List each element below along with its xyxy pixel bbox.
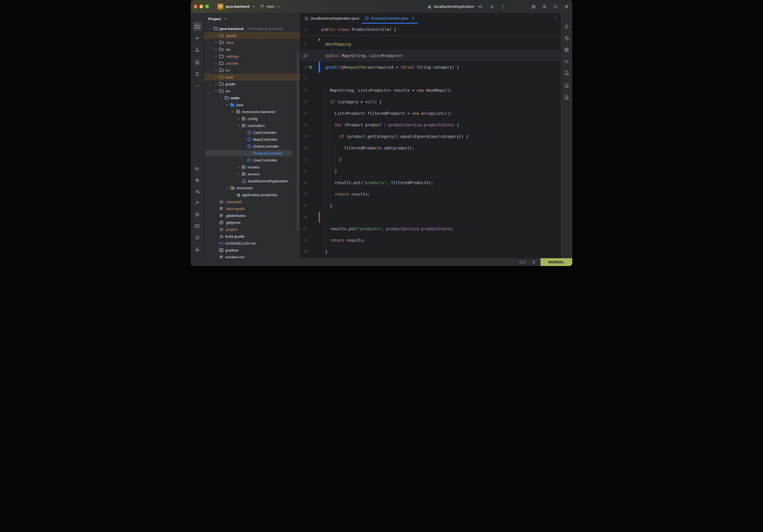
tree-item-cartcontroller[interactable]: CCartController	[204, 129, 300, 136]
tree-item-controllers[interactable]: controllers	[204, 122, 300, 129]
build-tool-button[interactable]	[193, 198, 202, 207]
running-devices-tool-button[interactable]	[562, 81, 571, 90]
chevron-down-icon[interactable]	[225, 102, 230, 107]
tree-item-service[interactable]: service	[204, 170, 300, 177]
more-actions-button[interactable]	[499, 3, 506, 10]
incognito-plugin-button[interactable]	[193, 175, 202, 184]
chevron-right-icon[interactable]	[213, 75, 219, 79]
vim-mode-badge[interactable]: NORMAL	[540, 258, 572, 266]
profiler-tool-button[interactable]	[193, 187, 202, 196]
vcs-modified-marker[interactable]	[319, 62, 320, 73]
notifications-button[interactable]	[562, 22, 571, 31]
notifications-warning-button[interactable]	[193, 245, 202, 253]
tree-item-config[interactable]: config	[204, 115, 300, 122]
problems-tool-button[interactable]	[193, 233, 202, 242]
ai-assistant-button[interactable]: @	[530, 3, 537, 10]
chevron-right-icon[interactable]	[213, 54, 219, 58]
chevron-right-icon[interactable]	[213, 61, 219, 65]
tree-item-bin[interactable]: bin	[204, 67, 300, 73]
tree-item--classpath[interactable]: .classpath	[204, 198, 300, 205]
device-explorer-tool-button[interactable]	[562, 93, 571, 102]
tree-item--gitignore[interactable]: .gitignore	[204, 219, 300, 226]
tree-item-gradlew-bat[interactable]: gradlew.bat	[204, 254, 300, 258]
tree-item-gradlew[interactable]: gradlew	[204, 247, 300, 254]
branch-widget[interactable]: main	[260, 2, 281, 11]
chevron-down-icon[interactable]	[213, 89, 219, 93]
code-line-24[interactable]: 24	[300, 73, 560, 84]
tree-item-javabackendapplication[interactable]: JavaBackendApplication	[204, 177, 300, 184]
chevron-right-icon[interactable]	[213, 40, 219, 45]
tree-item-ordercontroller[interactable]: COrderController	[204, 143, 300, 150]
commit-tool-button[interactable]	[193, 34, 202, 43]
code-editor[interactable]: 21 @GetMapping22 public Map<String, List…	[300, 24, 560, 258]
hierarchy-tool-button[interactable]	[193, 58, 202, 67]
ideavim-icon[interactable]: V	[532, 260, 535, 265]
endpoint-globe-icon[interactable]	[308, 65, 312, 69]
tree-item--project[interactable]: .project	[204, 226, 300, 233]
search-everywhere-button[interactable]	[552, 3, 559, 10]
code-line-32[interactable]: 32 }	[300, 165, 560, 177]
editor-tab-javabackendapplication-java[interactable]: JavaBackendApplication.java	[301, 13, 362, 24]
services-tool-button[interactable]	[193, 210, 202, 219]
chevron-right-icon[interactable]	[236, 172, 241, 176]
chevron-down-icon[interactable]	[225, 185, 230, 190]
tree-item-java-backend[interactable]: java-backend~/Github/java-backend	[204, 25, 300, 32]
close-tab-icon[interactable]	[411, 16, 415, 20]
code-line-37[interactable]: 37 results.put("products", productServic…	[300, 223, 560, 235]
tree-item-usercontroller[interactable]: CUserController	[204, 157, 300, 163]
code-line-38[interactable]: 38 return results;	[300, 235, 560, 246]
terminal-tool-button[interactable]	[193, 222, 202, 230]
code-line-30[interactable]: 30 filteredProducts.add(product);	[300, 142, 560, 154]
code-line-27[interactable]: 27 List<Product> filteredProducts = new …	[300, 108, 560, 119]
code-line-28[interactable]: 28 for (Product product : productService…	[300, 119, 560, 131]
code-line-35[interactable]: 35 }	[300, 200, 560, 211]
tree-item--factorypath[interactable]: .factorypath	[204, 205, 300, 212]
project-widget[interactable]: JB java-backend	[217, 2, 256, 11]
ai-chat-tool-button[interactable]	[562, 34, 571, 43]
tab-options-icon[interactable]: ⋮	[553, 15, 558, 20]
tree-item-maincontroller[interactable]: CMainController	[204, 136, 300, 143]
code-line-33[interactable]: 33 results.put("products", filteredProdu…	[300, 177, 560, 188]
project-tree-scrollbar[interactable]	[297, 52, 299, 231]
code-line-23[interactable]: 23 getAll(@RequestParam(required = false…	[300, 61, 560, 73]
code-with-me-button[interactable]	[541, 3, 548, 10]
caret-position[interactable]: 22:1	[519, 260, 526, 264]
tree-item-resources[interactable]: resources	[204, 184, 300, 191]
chevron-right-icon[interactable]	[213, 68, 219, 72]
tree-item--vscode[interactable]: .vscode	[204, 60, 300, 67]
tree-item--nx[interactable]: .nx	[204, 46, 300, 53]
settings-button[interactable]	[563, 3, 570, 10]
code-line-36[interactable]: 36	[300, 211, 560, 223]
device-manager-tool-button[interactable]	[562, 68, 571, 77]
code-line-21[interactable]: 21 @GetMapping	[300, 38, 560, 50]
chevron-right-icon[interactable]	[213, 82, 219, 86]
project-tool-button[interactable]	[193, 22, 202, 31]
chevron-down-icon[interactable]	[219, 95, 225, 100]
chevron-right-icon[interactable]	[213, 47, 219, 52]
tree-item-build[interactable]: build	[204, 73, 300, 80]
tree-item-gradle[interactable]: gradle	[204, 80, 300, 87]
tree-item-monostore-backend[interactable]: monostore.backend	[204, 108, 300, 115]
tree-item--idea[interactable]: .idea	[204, 39, 300, 46]
code-line-22[interactable]: 22 public Map<String, List<Product>>	[300, 50, 560, 61]
tree-item--gradle[interactable]: .gradle	[204, 32, 300, 39]
sticky-header-line[interactable]: 14public class ProductController {	[300, 24, 560, 36]
close-window-button[interactable]	[194, 5, 197, 8]
maximize-window-button[interactable]	[205, 5, 209, 8]
debug-button[interactable]	[489, 3, 495, 10]
gradle-tool-button[interactable]	[562, 57, 571, 65]
tree-item-main[interactable]: main	[204, 94, 300, 101]
bookmarks-tool-button[interactable]	[193, 70, 202, 78]
run-button[interactable]	[478, 3, 485, 10]
copilot-button[interactable]	[193, 164, 202, 172]
tree-item--gitattributes[interactable]: .gitattributes	[204, 212, 300, 219]
tree-item-src[interactable]: src	[204, 87, 300, 94]
tree-item-productcontroller[interactable]: CProductController	[204, 150, 300, 157]
chevron-down-icon[interactable]	[208, 26, 213, 31]
vcs-changed-marker[interactable]	[319, 212, 320, 223]
chevron-right-icon[interactable]	[213, 33, 219, 38]
chevron-down-icon[interactable]	[236, 123, 241, 128]
tree-item-build-gradle[interactable]: build.gradle	[204, 233, 300, 240]
project-panel-header[interactable]: Project	[204, 13, 300, 25]
code-line-25[interactable]: 25 Map<String, List<Product>> results = …	[300, 84, 560, 96]
